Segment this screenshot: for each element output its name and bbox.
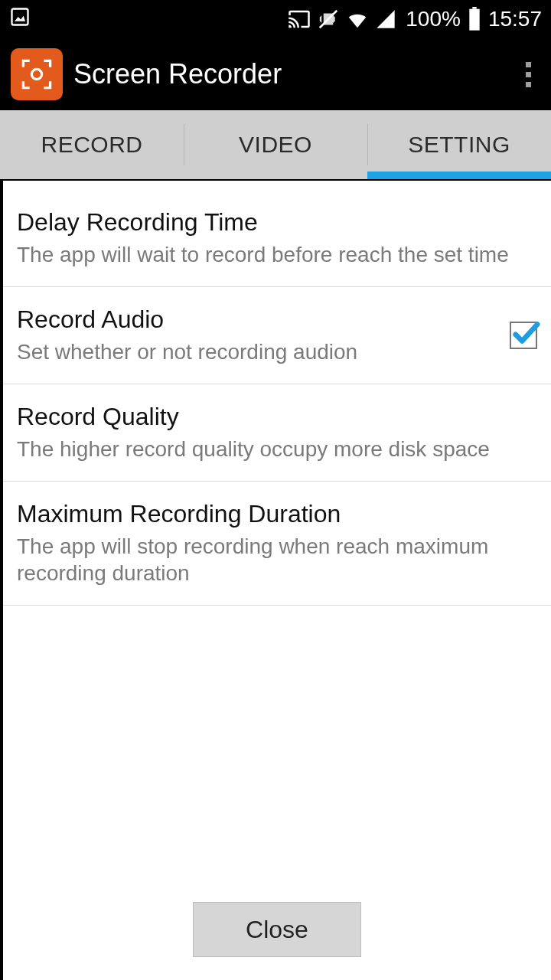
active-tab-indicator [367, 172, 551, 179]
svg-rect-0 [12, 8, 28, 24]
app-title: Screen Recorder [73, 58, 282, 90]
settings-panel: Delay Recording Time The app will wait t… [2, 179, 551, 980]
more-vert-icon [526, 62, 531, 87]
setting-title: Record Audio [17, 305, 497, 334]
setting-title: Delay Recording Time [17, 208, 537, 237]
footer: Close [3, 888, 551, 980]
wifi-icon [346, 8, 369, 31]
setting-title: Record Quality [17, 403, 537, 431]
setting-subtitle: Set whether or not recording audion [17, 338, 497, 365]
setting-subtitle: The app will wait to record before reach… [17, 241, 537, 268]
tab-setting[interactable]: SETTING [367, 110, 551, 179]
setting-delay-recording-time[interactable]: Delay Recording Time The app will wait t… [3, 181, 551, 287]
setting-max-duration[interactable]: Maximum Recording Duration The app will … [3, 482, 551, 606]
tab-bar: RECORD VIDEO SETTING [0, 110, 551, 179]
check-icon [511, 316, 540, 350]
battery-percentage: 100% [406, 7, 461, 31]
battery-icon [467, 7, 482, 31]
setting-subtitle: The app will stop recording when reach m… [17, 533, 537, 586]
image-icon [9, 6, 31, 33]
app-bar: Screen Recorder [0, 38, 551, 110]
record-audio-checkbox[interactable] [510, 322, 537, 349]
close-button[interactable]: Close [193, 902, 361, 957]
tab-record[interactable]: RECORD [0, 110, 184, 179]
clock-time: 15:57 [488, 7, 542, 31]
tab-label: VIDEO [239, 132, 312, 158]
tab-label: SETTING [408, 132, 510, 158]
overflow-menu-button[interactable] [518, 54, 539, 95]
setting-record-audio[interactable]: Record Audio Set whether or not recordin… [3, 287, 551, 384]
signal-icon [375, 8, 396, 30]
svg-marker-1 [15, 15, 25, 21]
cast-icon [288, 8, 311, 31]
android-status-bar: 100% 15:57 [0, 0, 551, 38]
setting-subtitle: The higher record quality occupy more di… [17, 436, 537, 462]
settings-list: Delay Recording Time The app will wait t… [3, 181, 551, 606]
close-button-label: Close [246, 916, 308, 944]
tab-label: RECORD [41, 132, 142, 158]
tab-video[interactable]: VIDEO [184, 110, 367, 179]
setting-title: Maximum Recording Duration [17, 500, 537, 528]
vibrate-icon [317, 8, 340, 31]
svg-rect-4 [472, 7, 476, 9]
svg-point-5 [31, 69, 41, 79]
svg-rect-3 [469, 9, 479, 31]
setting-record-quality[interactable]: Record Quality The higher record quality… [3, 384, 551, 482]
app-icon [11, 48, 63, 100]
